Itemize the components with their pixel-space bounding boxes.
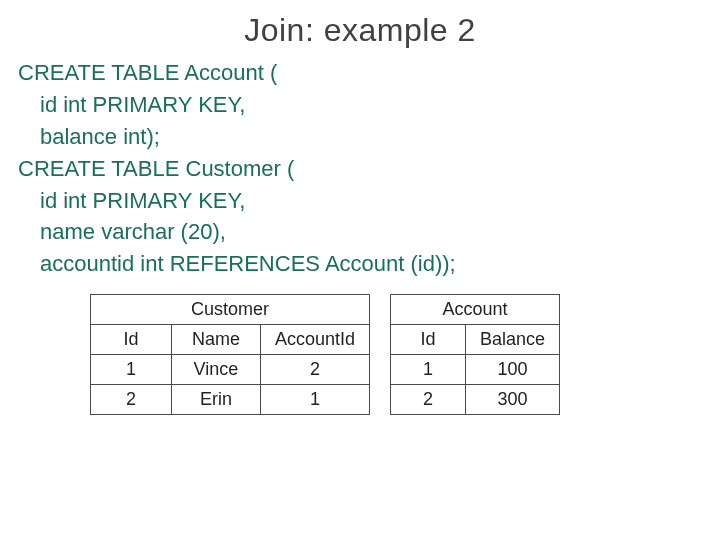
- table-caption-row: Account: [391, 295, 560, 325]
- cell: Erin: [171, 385, 260, 415]
- sql-line: name varchar (20),: [18, 216, 702, 248]
- cell: Vince: [171, 355, 260, 385]
- slide-body: Join: example 2 CREATE TABLE Account ( i…: [0, 0, 720, 433]
- sql-code-block: CREATE TABLE Account ( id int PRIMARY KE…: [18, 57, 702, 280]
- table-header-row: Id Name AccountId: [91, 325, 370, 355]
- sql-line: id int PRIMARY KEY,: [18, 89, 702, 121]
- cell: 2: [260, 355, 369, 385]
- cell: 2: [391, 385, 466, 415]
- table-caption: Customer: [91, 295, 370, 325]
- table-caption-row: Customer: [91, 295, 370, 325]
- table-row: 2 Erin 1: [91, 385, 370, 415]
- cell: 100: [465, 355, 559, 385]
- account-table: Account Id Balance 1 100 2 300: [390, 294, 560, 415]
- sql-line: CREATE TABLE Customer (: [18, 153, 702, 185]
- table-row: 2 300: [391, 385, 560, 415]
- col-header: Id: [391, 325, 466, 355]
- tables-row: Customer Id Name AccountId 1 Vince 2 2 E…: [90, 294, 702, 415]
- sql-line: balance int);: [18, 121, 702, 153]
- cell: 2: [91, 385, 172, 415]
- customer-table: Customer Id Name AccountId 1 Vince 2 2 E…: [90, 294, 370, 415]
- cell: 300: [465, 385, 559, 415]
- table-row: 1 Vince 2: [91, 355, 370, 385]
- cell: 1: [391, 355, 466, 385]
- table-caption: Account: [391, 295, 560, 325]
- col-header: Name: [171, 325, 260, 355]
- col-header: Balance: [465, 325, 559, 355]
- col-header: Id: [91, 325, 172, 355]
- sql-line: accountid int REFERENCES Account (id));: [18, 248, 702, 280]
- table-header-row: Id Balance: [391, 325, 560, 355]
- sql-line: id int PRIMARY KEY,: [18, 185, 702, 217]
- cell: 1: [260, 385, 369, 415]
- page-title: Join: example 2: [18, 12, 702, 49]
- cell: 1: [91, 355, 172, 385]
- col-header: AccountId: [260, 325, 369, 355]
- table-row: 1 100: [391, 355, 560, 385]
- sql-line: CREATE TABLE Account (: [18, 57, 702, 89]
